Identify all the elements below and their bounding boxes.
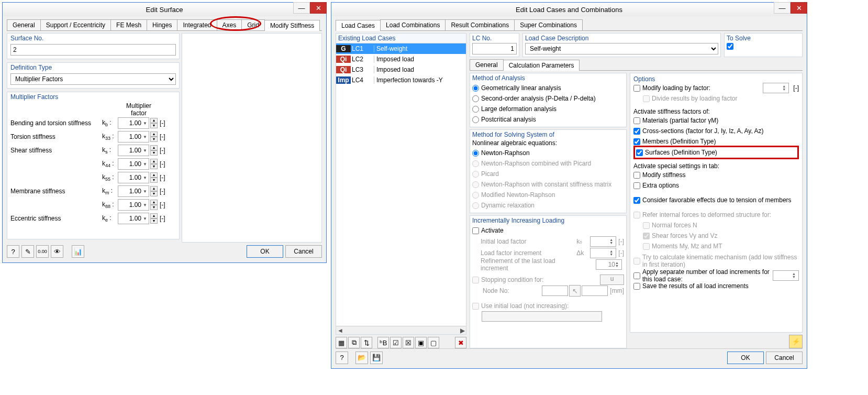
close-button[interactable]: ✕ <box>310 2 327 14</box>
extra-options-label: Extra options <box>642 182 679 189</box>
ok-button[interactable]: OK <box>247 245 283 258</box>
subtab-general[interactable]: General <box>470 59 504 70</box>
mf-unit: [-] <box>160 174 165 181</box>
tab-integrated[interactable]: Integrated <box>177 19 217 30</box>
modify-loading-chk[interactable] <box>633 85 640 92</box>
save-icon[interactable]: 💾 <box>370 352 383 364</box>
tab-super-combinations[interactable]: Super Combinations <box>514 19 583 30</box>
minimize-button[interactable]: — <box>774 2 791 14</box>
save-results-chk[interactable] <box>633 283 640 290</box>
tab-hinges[interactable]: Hinges <box>147 19 177 30</box>
tab-load-combinations[interactable]: Load Combinations <box>380 19 446 30</box>
lc-row[interactable]: G LC1 Self-weight <box>336 43 466 54</box>
mf-spinner[interactable]: 1.00▼ <box>118 199 149 211</box>
mf-stepper[interactable]: ▲▼ <box>150 145 158 156</box>
mf-spinner[interactable]: 1.00▼ <box>118 185 149 197</box>
cancel-button[interactable]: Cancel <box>285 245 322 258</box>
method-radio[interactable] <box>472 95 479 102</box>
modify-factor-input[interactable]: ▲▼ <box>763 83 789 93</box>
subtab-calc-params[interactable]: Calculation Parameters <box>503 60 580 71</box>
sel-all-icon[interactable]: ▣ <box>415 337 427 348</box>
method-radio[interactable] <box>472 116 479 123</box>
lightning-button[interactable]: ⚡ <box>789 335 803 348</box>
mf-label: Membrane stiffness <box>10 188 102 195</box>
inc-activate-chk[interactable] <box>472 227 479 234</box>
apply-sep-chk[interactable] <box>633 272 640 279</box>
cancel-button[interactable]: Cancel <box>766 352 803 364</box>
open-icon[interactable]: 📂 <box>355 352 368 364</box>
copy-icon[interactable]: ⧉ <box>348 337 360 348</box>
lc-no-input[interactable] <box>472 43 517 54</box>
tab-modify-stiffness[interactable]: Modify Stiffness <box>264 20 320 31</box>
tab-support[interactable]: Support / Eccentricity <box>40 19 111 30</box>
help-button[interactable]: ? <box>336 352 348 364</box>
lc-row[interactable]: Qi LC3 Imposed load <box>336 64 466 75</box>
sel-bold-icon[interactable]: ᵇB <box>377 337 389 348</box>
surface-no-input[interactable] <box>10 44 176 56</box>
mf-stepper[interactable]: ▲▼ <box>150 131 158 142</box>
method-label: Large deformation analysis <box>481 105 557 113</box>
mf-spinner[interactable]: 1.00▼ <box>118 213 149 224</box>
tab-load-cases[interactable]: Load Cases <box>336 20 381 31</box>
units-icon[interactable]: 0.00 <box>36 245 49 258</box>
pick-node-icon: ↖ <box>569 285 581 297</box>
mf-k: k55 : <box>102 173 118 182</box>
lc-desc-select[interactable]: Self-weight <box>525 43 718 54</box>
method-radio[interactable] <box>472 85 479 92</box>
minimize-button[interactable]: — <box>293 2 310 14</box>
ok-button[interactable]: OK <box>727 352 764 364</box>
solver-label: Picard <box>481 170 499 178</box>
apply-sep-input[interactable]: ▲▼ <box>773 270 799 281</box>
mf-stepper[interactable]: ▲▼ <box>150 213 158 224</box>
mf-spinner[interactable]: 1.00▼ <box>118 172 149 183</box>
delete-icon[interactable]: ✖ <box>455 337 466 348</box>
activate-chk[interactable] <box>636 149 643 156</box>
tab-axes[interactable]: Axes <box>217 19 242 30</box>
eye-icon[interactable]: 👁 <box>51 245 63 258</box>
solver-radio[interactable] <box>472 150 479 157</box>
mf-spinner[interactable]: 1.00▼ <box>118 131 149 142</box>
tab-result-combinations[interactable]: Result Combinations <box>445 19 515 30</box>
mf-stepper[interactable]: ▲▼ <box>150 200 158 210</box>
mf-k: km : <box>102 187 118 195</box>
sel-uncheck-icon[interactable]: ☒ <box>403 337 414 348</box>
mf-stepper[interactable]: ▲▼ <box>150 159 158 169</box>
to-solve-checkbox[interactable] <box>727 43 733 50</box>
mf-spinner[interactable]: 1.00▼ <box>118 117 149 129</box>
lc-row[interactable]: Qi LC2 Imposed load <box>336 54 466 64</box>
modify-stiffness-chk[interactable] <box>633 172 640 179</box>
method-radio[interactable] <box>472 106 479 113</box>
chart-icon[interactable]: 📊 <box>72 245 84 258</box>
node-unit: [mm] <box>610 287 624 294</box>
lc-row[interactable]: Imp LC4 Imperfection towards -Y <box>336 75 466 85</box>
sel-check-icon[interactable]: ☑ <box>390 337 402 348</box>
mf-spinner[interactable]: 1.00▼ <box>118 158 149 170</box>
tab-grid[interactable]: Grid <box>241 19 265 30</box>
h-scrollbar[interactable]: ◄▶ <box>336 326 466 334</box>
close-button[interactable]: ✕ <box>791 2 807 14</box>
mf-stepper[interactable]: ▲▼ <box>150 172 158 183</box>
kinematic-label: Try to calculate kinematic mechanism (ad… <box>642 254 799 268</box>
mf-spinner[interactable]: 1.00▼ <box>118 145 149 156</box>
activate-stiffness-title: Activate stiffness factors of: <box>633 108 799 115</box>
sel-none-icon[interactable]: ▢ <box>428 337 439 348</box>
mf-label: Torsion stiffness <box>10 133 102 140</box>
mf-label: Shear stiffness <box>10 147 102 154</box>
new-icon[interactable]: ▦ <box>336 337 347 348</box>
consider-tension-chk[interactable] <box>633 197 640 204</box>
lc-no-group: LC No. <box>470 33 519 57</box>
activate-chk[interactable] <box>633 128 640 135</box>
sort-icon[interactable]: ⇅ <box>361 337 372 348</box>
mf-stepper[interactable]: ▲▼ <box>150 186 158 196</box>
titlebar: Edit Load Cases and Combinations — ✕ <box>331 3 807 16</box>
activate-chk[interactable] <box>633 117 640 124</box>
mf-stepper[interactable]: ▲▼ <box>150 118 158 128</box>
extra-options-chk[interactable] <box>633 182 640 189</box>
tab-general[interactable]: General <box>7 19 41 30</box>
help-button[interactable]: ? <box>7 245 19 258</box>
lc-desc: Imperfection towards -Y <box>374 76 466 84</box>
activate-chk[interactable] <box>633 138 640 145</box>
tab-femesh[interactable]: FE Mesh <box>110 19 147 30</box>
edit-icon[interactable]: ✎ <box>21 245 34 258</box>
definition-type-select[interactable]: Multiplier Factors <box>10 73 176 85</box>
